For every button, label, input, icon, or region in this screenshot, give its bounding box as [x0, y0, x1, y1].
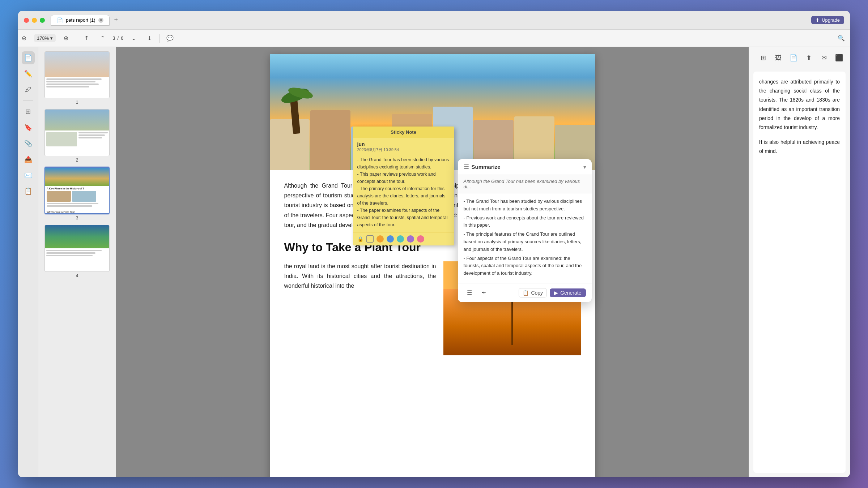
zoom-dropdown-icon: ▾ [50, 35, 53, 41]
icon-sidebar: 📄 ✏️ 🖊 ⊞ 🔖 📎 📤 ✉️ 📋 [18, 47, 38, 477]
sticky-note-body: jun 2023年8月7日 10:39:54 - The Grand Tour … [353, 138, 454, 232]
right-upload-icon-button[interactable]: ⬆ [802, 51, 815, 64]
sidebar-export-button[interactable]: 📤 [22, 153, 35, 166]
summarize-bullet-4: - Four aspects of the Grand Tour are exa… [464, 255, 586, 277]
copy-label: Copy [531, 290, 543, 296]
go-next-page-button[interactable]: ⌄ [128, 33, 139, 44]
upgrade-button[interactable]: ⬆ Upgrade [811, 16, 844, 24]
summarize-dropdown-icon[interactable]: ▾ [583, 164, 586, 170]
right-doc-icon-button[interactable]: 📄 [787, 51, 800, 64]
document-page: Although the Grand Tour has been examine… [270, 54, 595, 477]
copy-button[interactable]: 📋 Copy [519, 288, 547, 297]
square-icon[interactable] [366, 235, 374, 243]
sticky-note: Sticky Note jun 2023年8月7日 10:39:54 - The… [353, 127, 454, 245]
upgrade-label: Upgrade [822, 17, 840, 23]
summarize-list-icon-button[interactable]: ☰ [464, 287, 475, 299]
new-tab-button[interactable]: + [111, 15, 121, 25]
color-dot-pink[interactable] [417, 235, 424, 243]
right-paragraph-2: It is also helpful in achieving peace of… [759, 138, 840, 156]
right-image-icon-button[interactable]: 🖼 [772, 51, 785, 64]
icon-sidebar-divider-1 [23, 100, 33, 101]
app-window: 📄 pets report (1) ✕ + ⬆ Upgrade ⊖ 178% ▾… [18, 11, 850, 477]
divider-2 [159, 34, 160, 43]
sticky-note-title: Sticky Note [391, 129, 416, 135]
tab-icon: 📄 [57, 17, 63, 23]
lock-icon[interactable]: 🔒 [357, 236, 363, 242]
sidebar-pen-button[interactable]: 🖊 [22, 83, 35, 96]
summarize-menu-icon: ☰ [464, 163, 469, 170]
zoom-out-button[interactable]: ⊖ [18, 33, 30, 44]
page-separator: / [117, 35, 119, 41]
summarize-title: Summarize [472, 164, 501, 170]
toolbar: ⊖ 178% ▾ ⊕ ⤒ ⌃ 3 / 6 ⌄ ⤓ 💬 🔍 [18, 30, 850, 47]
color-dot-teal[interactable] [397, 235, 404, 243]
page-display: 3 / 6 [112, 35, 123, 41]
sidebar-misc-button[interactable]: 📋 [22, 185, 35, 198]
tab-bar: 📄 pets report (1) ✕ + [51, 15, 811, 26]
sidebar-thumbnails-button[interactable]: 📄 [22, 51, 35, 64]
right-sidebar: ⊞ 🖼 📄 ⬆ ✉ ⬛ changes are attributed prima… [749, 47, 850, 477]
upgrade-icon: ⬆ [816, 17, 820, 23]
thumb-page-num-3: 3 [76, 215, 78, 221]
thumbnail-img-3: A Key Phase in the History of T Why to T… [44, 167, 110, 214]
sticky-content: - The Grand Tour has been studied by var… [357, 156, 450, 228]
tab-pets-report[interactable]: 📄 pets report (1) ✕ [51, 15, 110, 26]
close-button[interactable] [24, 18, 29, 23]
sidebar-text-tool-button[interactable]: ✏️ [22, 67, 35, 80]
sticky-author: jun [357, 141, 450, 147]
zoom-value: 178% [37, 35, 49, 41]
thumbnail-img-4 [44, 225, 110, 272]
thumbnail-img-1 [44, 51, 110, 98]
summarize-bullet-3: - The principal features of the Grand To… [464, 231, 586, 253]
thumb-page-num-1: 1 [76, 100, 78, 105]
thumbnail-page-4[interactable]: 4 [41, 225, 113, 278]
thumbnail-panel: 1 2 [38, 47, 116, 477]
document-area[interactable]: Although the Grand Tour has been examine… [116, 47, 749, 477]
fullscreen-button[interactable] [40, 18, 45, 23]
minimize-button[interactable] [32, 18, 37, 23]
sidebar-pages-button[interactable]: ⊞ [22, 105, 35, 118]
right-paragraph-1: changes are attributed primarily to the … [759, 77, 840, 132]
summarize-bullet-2: - Previous work and concepts about the t… [464, 214, 586, 230]
generate-label: Generate [560, 290, 581, 296]
sidebar-bookmark-button[interactable]: 🔖 [22, 121, 35, 134]
right-text-area: changes are attributed primarily to the … [753, 72, 846, 473]
summarize-quote: Although the Grand Tour has been examine… [458, 175, 592, 193]
sticky-note-toolbar: 🔒 [353, 232, 454, 245]
thumbnail-page-1[interactable]: 1 [41, 51, 113, 105]
current-page: 3 [112, 35, 115, 41]
sticky-date: 2023年8月7日 10:39:54 [357, 147, 450, 153]
thumb-page-num-2: 2 [76, 158, 78, 163]
go-first-page-button[interactable]: ⤒ [81, 33, 92, 44]
sticky-note-header: Sticky Note [353, 127, 454, 138]
go-last-page-button[interactable]: ⤓ [144, 33, 155, 44]
tab-label: pets report (1) [66, 17, 95, 23]
zoom-display[interactable]: 178% ▾ [34, 34, 56, 42]
thumbnail-page-3[interactable]: A Key Phase in the History of T Why to T… [41, 167, 113, 221]
summarize-content: - The Grand Tour has been studied by var… [458, 193, 592, 283]
thumb-page-num-4: 4 [76, 273, 78, 278]
sidebar-attach-button[interactable]: 📎 [22, 137, 35, 150]
summarize-header: ☰ Summarize ▾ [458, 159, 592, 175]
summarize-pen-icon-button[interactable]: ✒ [478, 287, 490, 299]
thumbnail-page-2[interactable]: 2 [41, 109, 113, 163]
go-prev-page-button[interactable]: ⌃ [97, 33, 108, 44]
divider-1 [76, 34, 76, 43]
right-mail-icon-button[interactable]: ✉ [817, 51, 830, 64]
thumbnail-img-2 [44, 109, 110, 156]
generate-button[interactable]: ▶ Generate [550, 288, 586, 297]
tab-close-button[interactable]: ✕ [98, 18, 103, 23]
zoom-in-button[interactable]: ⊕ [60, 33, 72, 44]
summarize-bullet-1: - The Grand Tour has been studied by var… [464, 198, 586, 213]
traffic-lights [24, 18, 45, 23]
total-pages: 6 [121, 35, 123, 41]
color-dot-orange[interactable] [376, 235, 384, 243]
sidebar-mail-button[interactable]: ✉️ [22, 169, 35, 182]
color-dot-blue[interactable] [387, 235, 394, 243]
right-grid-icon-button[interactable]: ⊞ [757, 51, 770, 64]
color-dot-purple[interactable] [407, 235, 414, 243]
right-expand-icon-button[interactable]: ⬛ [833, 51, 846, 64]
search-button[interactable]: 🔍 [835, 33, 847, 44]
copy-icon: 📋 [523, 290, 529, 296]
comment-button[interactable]: 💬 [164, 33, 176, 44]
